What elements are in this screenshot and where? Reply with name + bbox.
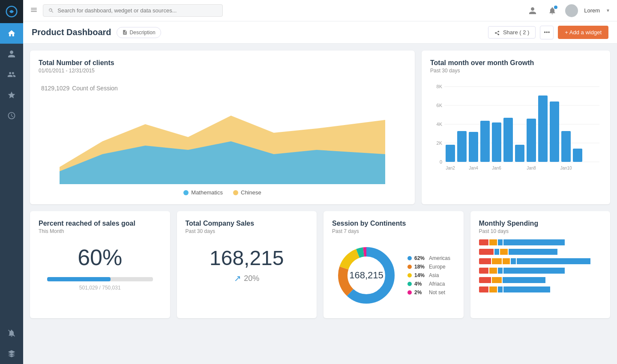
sidebar-item-layers[interactable] [0,343,23,364]
seg [492,258,502,264]
svg-rect-12 [446,145,455,162]
pct-africa: 4% [414,281,426,287]
svg-rect-15 [480,121,490,162]
search-input[interactable] [57,7,217,14]
legend-notset: 2% Not set [407,289,450,295]
seg [479,258,491,264]
sidebar-item-clock[interactable] [0,105,23,126]
username-label: Lorem [584,7,600,14]
legend-americas: 62% Americas [407,255,450,261]
seg [489,268,497,274]
svg-text:Jan10: Jan10 [560,166,572,170]
name-africa: Afriaca [429,281,445,287]
page-title: Product Dashboard [32,27,111,37]
profile-icon[interactable] [526,4,539,18]
chevron-down-icon[interactable]: ▼ [606,8,610,13]
svg-rect-17 [503,118,513,162]
svg-text:6K: 6K [437,103,443,108]
seg [498,286,503,292]
legend-asia: 14% Asia [407,272,450,278]
svg-text:4K: 4K [437,122,443,127]
name-notset: Not set [429,289,445,295]
name-asia: Asia [429,272,439,278]
bar-chart-wrap: 8K 6K 4K 2K 0 [430,81,602,176]
donut-chart: 168,215 [332,241,401,310]
avatar[interactable] [565,4,578,17]
notification-icon[interactable] [545,4,559,18]
spend-row-3 [479,258,602,264]
legend-chinese: Chinese [233,189,261,196]
sidebar-item-star[interactable] [0,85,23,105]
spend-row-4 [479,268,602,274]
more-options-button[interactable]: ••• [540,26,554,39]
sidebar-item-bell[interactable] [0,323,23,343]
seg [503,239,565,245]
pct-americas: 62% [414,255,426,261]
company-sales-title: Total Company Sales [186,220,308,227]
svg-text:Jan8: Jan8 [527,166,536,170]
spending-subtitle: Past 10 days [479,228,602,234]
spending-card: Monthly Spending Past 10 days [470,211,611,318]
spend-row-5 [479,277,602,283]
add-widget-button[interactable]: + Add a widget [558,26,608,39]
sales-goal-subtitle: This Month [39,228,162,234]
company-sales-value: 168,215 [186,246,308,270]
sales-goal-percent: 60% [39,245,162,270]
topbar: Lorem ▼ [23,0,617,21]
seg [503,286,550,292]
donut-center-value: 168,215 [349,270,383,281]
legend-dot-math [183,190,189,195]
svg-rect-19 [527,119,536,162]
svg-text:2K: 2K [437,140,443,146]
logo[interactable] [0,0,23,23]
legend-europe: 18% Europe [407,264,450,270]
bottom-row: Percent reached of sales goal This Month… [30,211,610,318]
sidebar-item-home[interactable] [0,23,23,44]
seg [479,277,491,283]
legend-mathematics: Mathematics [183,189,223,196]
seg [489,286,497,292]
name-americas: Americas [429,255,450,261]
dot-europe [407,265,412,269]
sidebar [0,0,23,364]
legend-label-chinese: Chinese [241,189,261,196]
share-button[interactable]: Share ( 2 ) [488,26,536,39]
total-clients-date: 01/01/2011 - 12/31/2015 [39,68,406,74]
progress-bar-fill [47,277,111,281]
progress-label: 501,029 / 750,031 [39,285,162,291]
seg [500,249,507,255]
seg [511,258,515,264]
sidebar-item-group[interactable] [0,64,23,85]
growth-title: Total month over month Growth [430,59,602,67]
legend-dot-chinese [233,190,238,195]
area-chart [39,98,406,186]
description-button[interactable]: Description [117,27,161,38]
company-sales-subtitle: Past 30 days [186,228,308,234]
menu-icon[interactable] [30,6,38,15]
svg-text:Jan4: Jan4 [469,166,478,170]
bar-chart-svg: 8K 6K 4K 2K 0 [430,81,602,175]
svg-text:0: 0 [440,159,442,164]
continents-card: Session by Continents Past 7 days [323,211,464,318]
add-widget-label: + Add a widget [565,29,602,36]
seg [492,277,502,283]
pct-notset: 2% [414,289,426,295]
sidebar-item-user[interactable] [0,44,23,64]
svg-rect-22 [561,131,571,162]
description-icon [122,30,128,35]
progress-bar-wrap [47,277,153,281]
dot-asia [407,273,412,277]
spending-title: Monthly Spending [479,220,602,227]
chart-legend: Mathematics Chinese [39,189,406,196]
ellipsis-icon: ••• [544,29,550,36]
main-area: Lorem ▼ Product Dashboard Description Sh… [23,0,617,364]
svg-rect-23 [573,149,582,162]
spend-row-2 [479,249,602,255]
svg-rect-13 [457,131,467,162]
svg-text:Jan6: Jan6 [492,166,501,170]
seg [494,249,499,255]
page-header-right: Share ( 2 ) ••• + Add a widget [488,26,608,39]
growth-card: Total month over month Growth Past 30 da… [422,51,610,204]
seg [503,258,510,264]
seg [503,277,545,283]
